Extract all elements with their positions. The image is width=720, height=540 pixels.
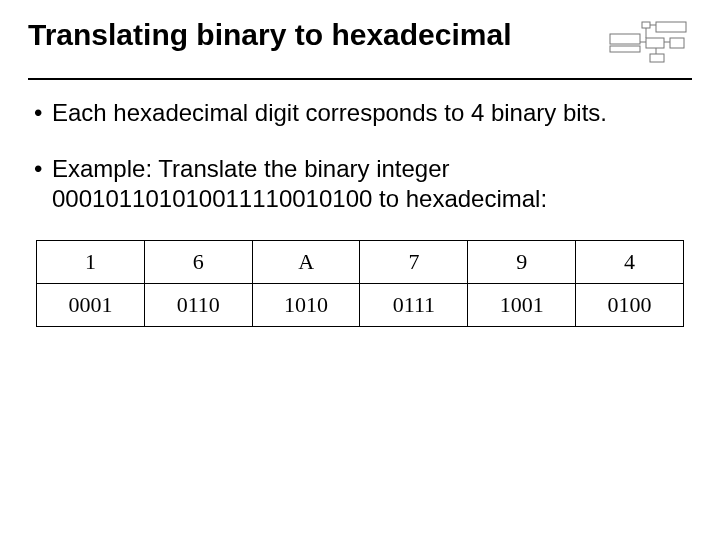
hex-cell: 4 [576,241,684,284]
slide: Translating binary to hexadecimal [0,0,720,540]
bin-cell: 0100 [576,284,684,327]
bin-cell: 0001 [37,284,145,327]
bullet-list: • Each hexadecimal digit corresponds to … [28,98,692,214]
bullet-text: Example: Translate the binary integer 00… [52,154,686,214]
diagram-icon [606,20,692,72]
svg-rect-1 [656,22,686,32]
bullet-text: Each hexadecimal digit corresponds to 4 … [52,98,686,128]
bullet-marker: • [34,98,52,128]
hex-cell: 6 [144,241,252,284]
svg-rect-5 [670,38,684,48]
svg-rect-4 [646,38,664,48]
hex-cell: 9 [468,241,576,284]
bullet-item: • Example: Translate the binary integer … [34,154,686,214]
conversion-table: 1 6 A 7 9 4 0001 0110 1010 0111 1001 010… [28,240,692,327]
bin-cell: 0111 [360,284,468,327]
bin-cell: 1001 [468,284,576,327]
bullet-marker: • [34,154,52,214]
hex-cell: 1 [37,241,145,284]
hex-cell: 7 [360,241,468,284]
svg-rect-0 [642,22,650,28]
bin-cell: 0110 [144,284,252,327]
bin-cell: 1010 [252,284,360,327]
title-underline [28,78,692,80]
table-row: 0001 0110 1010 0111 1001 0100 [37,284,684,327]
svg-rect-3 [610,46,640,52]
svg-rect-2 [610,34,640,44]
table-row: 1 6 A 7 9 4 [37,241,684,284]
title-row: Translating binary to hexadecimal [28,18,692,72]
bullet-item: • Each hexadecimal digit corresponds to … [34,98,686,128]
page-title: Translating binary to hexadecimal [28,18,512,53]
hex-cell: A [252,241,360,284]
svg-rect-6 [650,54,664,62]
